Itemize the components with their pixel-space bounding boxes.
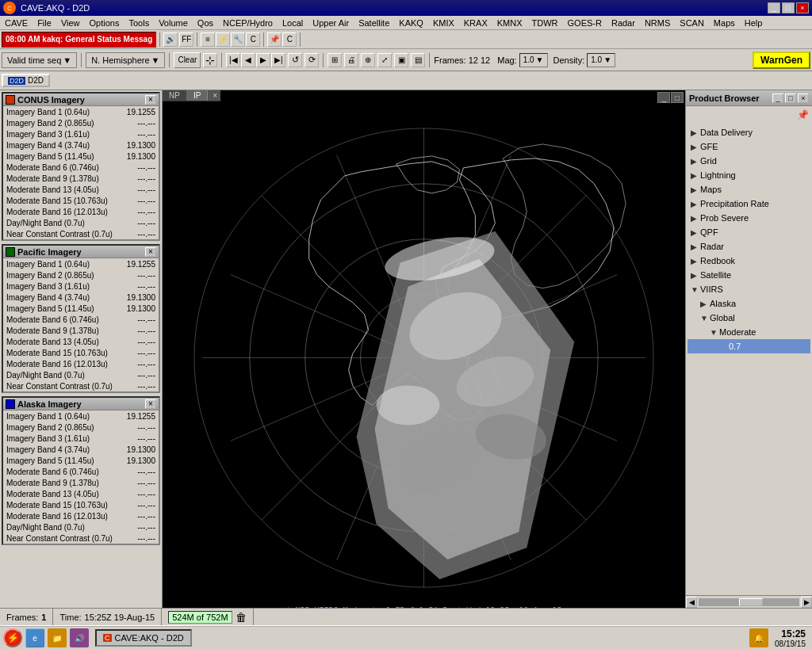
zoom-rect-btn[interactable]: ⊞: [327, 53, 342, 67]
tree-grid[interactable]: ▶ Grid: [688, 154, 810, 168]
menu-maps[interactable]: Maps: [709, 17, 740, 29]
taskbar-logo[interactable]: ⚡: [3, 628, 22, 647]
first-frame-btn[interactable]: |◀: [226, 53, 240, 67]
alaska-row-6[interactable]: Moderate Band 6 (0.746u) ---.---: [3, 466, 159, 477]
density-selector[interactable]: 1.0▼: [587, 53, 615, 67]
pacific-row-3[interactable]: Imagery Band 3 (1.61u) ---.---: [3, 281, 159, 292]
nav-icon-4[interactable]: C: [246, 32, 260, 47]
taskbar-audio-icon[interactable]: 🔊: [70, 628, 89, 647]
tree-lightning[interactable]: ▶ Lightning: [688, 168, 810, 182]
menu-local[interactable]: Local: [278, 17, 308, 29]
trash-icon[interactable]: 🗑: [236, 611, 247, 624]
map-close-tab[interactable]: ×: [209, 90, 220, 101]
close-button[interactable]: ×: [796, 2, 809, 13]
icon-s4[interactable]: ▣: [394, 53, 408, 67]
nav-icon-2[interactable]: ⚡: [216, 32, 230, 47]
mag-selector[interactable]: 1.0▼: [519, 53, 548, 67]
map-maximize-btn[interactable]: □: [671, 92, 684, 103]
icon-s3[interactable]: ⤢: [377, 53, 392, 67]
hscroll-track[interactable]: [699, 598, 799, 606]
tree-data-delivery[interactable]: ▶ Data Delivery: [688, 125, 810, 139]
menu-file[interactable]: File: [33, 17, 56, 29]
menu-help[interactable]: Help: [740, 17, 768, 29]
conus-row-6[interactable]: Moderate Band 6 (0.746u) ---.---: [3, 162, 159, 173]
minimize-button[interactable]: _: [768, 2, 780, 13]
taskbar-ie-icon[interactable]: e: [25, 628, 44, 647]
menu-kmix[interactable]: KMIX: [428, 17, 459, 29]
tree-moderate[interactable]: ▼ Moderate: [688, 325, 810, 339]
panel-close-btn[interactable]: ×: [798, 94, 809, 103]
alaska-row-8[interactable]: Moderate Band 13 (4.05u) ---.---: [3, 488, 159, 499]
pacific-row-2[interactable]: Imagery Band 2 (0.865u) ---.---: [3, 269, 159, 281]
alaska-row-2[interactable]: Imagery Band 2 (0.865u) ---.---: [3, 422, 159, 433]
menu-ncep[interactable]: NCEP/Hydro: [218, 17, 278, 29]
alaska-row-7[interactable]: Moderate Band 9 (1.378u) ---.---: [3, 477, 159, 488]
icon-btn-1[interactable]: 🔊: [163, 32, 178, 47]
conus-row-7[interactable]: Moderate Band 9 (1.378u) ---.---: [3, 173, 159, 184]
pacific-row-5[interactable]: Imagery Band 5 (11.45u) 19.1300: [3, 303, 159, 314]
hemisphere-button[interactable]: N. Hemisphere ▼: [86, 52, 165, 68]
prev-frame-btn[interactable]: ◀: [241, 53, 255, 67]
rock-btn[interactable]: ⟳: [304, 53, 319, 67]
menu-kmnx[interactable]: KMNX: [492, 17, 527, 29]
alaska-row-12[interactable]: Near Constant Contrast (0.7u) ---.---: [3, 533, 159, 544]
valid-time-seq-button[interactable]: Valid time seq ▼: [2, 52, 77, 68]
pacific-row-8[interactable]: Moderate Band 13 (4.05u) ---.---: [3, 336, 159, 347]
horizontal-scrollbar[interactable]: ◀ ▶: [686, 595, 812, 608]
alaska-row-4[interactable]: Imagery Band 4 (3.74u) 19.1300: [3, 444, 159, 455]
menu-kakq[interactable]: KAKQ: [394, 17, 428, 29]
map-area[interactable]: NP IP × _ □: [163, 90, 685, 608]
icon-btn-2[interactable]: FF: [179, 32, 193, 47]
tree-satellite[interactable]: ▶ Satellite: [688, 268, 810, 282]
conus-row-11[interactable]: Day/Night Band (0.7u) ---.---: [3, 217, 159, 228]
last-frame-btn[interactable]: ▶|: [271, 53, 285, 67]
menu-scan[interactable]: SCAN: [675, 17, 709, 29]
conus-row-9[interactable]: Moderate Band 15 (10.763u) ---.---: [3, 195, 159, 206]
clear-button[interactable]: Clear: [174, 52, 201, 68]
nav-icon-1[interactable]: ≡: [201, 32, 215, 47]
tree-prob-severe[interactable]: ▶ Prob Severe: [688, 211, 810, 225]
menu-qos[interactable]: Qos: [193, 17, 218, 29]
hscroll-left-btn[interactable]: ◀: [686, 597, 697, 608]
pacific-close-btn[interactable]: ×: [145, 247, 156, 257]
alaska-row-3[interactable]: Imagery Band 3 (1.61u) ---.---: [3, 433, 159, 444]
pacific-row-11[interactable]: Day/Night Band (0.7u) ---.---: [3, 369, 159, 380]
conus-row-1[interactable]: Imagery Band 1 (0.64u) 19.1255: [3, 106, 159, 117]
conus-close-btn[interactable]: ×: [145, 95, 156, 105]
alaska-row-10[interactable]: Moderate Band 16 (12.013u) ---.---: [3, 510, 159, 521]
pacific-row-9[interactable]: Moderate Band 15 (10.763u) ---.---: [3, 347, 159, 358]
conus-row-4[interactable]: Imagery Band 4 (3.74u) 19.1300: [3, 139, 159, 151]
loop-btn[interactable]: ↺: [288, 53, 302, 67]
menu-satellite[interactable]: Satellite: [354, 17, 394, 29]
tree-precip-rate[interactable]: ▶ Precipitation Rate: [688, 197, 810, 211]
conus-row-8[interactable]: Moderate Band 13 (4.05u) ---.---: [3, 184, 159, 195]
conus-row-5[interactable]: Imagery Band 5 (11.45u) 19.1300: [3, 151, 159, 162]
menu-tools[interactable]: Tools: [124, 17, 154, 29]
tree-alaska[interactable]: ▶ Alaska: [688, 296, 810, 311]
pin-icon[interactable]: 📌: [267, 32, 282, 47]
menu-cave[interactable]: CAVE: [0, 17, 33, 29]
menu-nrms[interactable]: NRMS: [640, 17, 675, 29]
conus-row-10[interactable]: Moderate Band 16 (12.013u) ---.---: [3, 206, 159, 217]
alaska-row-1[interactable]: Imagery Band 1 (0.64u) 19.1255: [3, 410, 159, 422]
panel-maximize-btn[interactable]: □: [785, 94, 796, 103]
icon-s2[interactable]: ⊕: [361, 53, 375, 67]
menu-volume[interactable]: Volume: [154, 17, 193, 29]
menu-goes-r[interactable]: GOES-R: [563, 17, 607, 29]
maximize-button[interactable]: □: [782, 2, 795, 13]
map-minimize-btn[interactable]: _: [657, 92, 670, 103]
pacific-row-7[interactable]: Moderate Band 9 (1.378u) ---.---: [3, 325, 159, 336]
conus-row-2[interactable]: Imagery Band 2 (0.865u) ---.---: [3, 117, 159, 128]
icon-s5[interactable]: ▤: [411, 53, 425, 67]
menu-tdwr[interactable]: TDWR: [527, 17, 563, 29]
d2d-button[interactable]: D2D D2D: [2, 74, 50, 87]
tree-viirs[interactable]: ▼ VIIRS: [688, 282, 810, 296]
pacific-row-10[interactable]: Moderate Band 16 (12.013u) ---.---: [3, 358, 159, 369]
tree-redbook[interactable]: ▶ Redbook: [688, 254, 810, 268]
next-frame-btn[interactable]: ▶: [256, 53, 270, 67]
menu-options[interactable]: Options: [85, 17, 124, 29]
alaska-row-9[interactable]: Moderate Band 15 (10.763u) ---.---: [3, 499, 159, 510]
menu-radar[interactable]: Radar: [607, 17, 640, 29]
nav-icon-3[interactable]: 🔧: [231, 32, 245, 47]
tree-maps[interactable]: ▶ Maps: [688, 182, 810, 197]
